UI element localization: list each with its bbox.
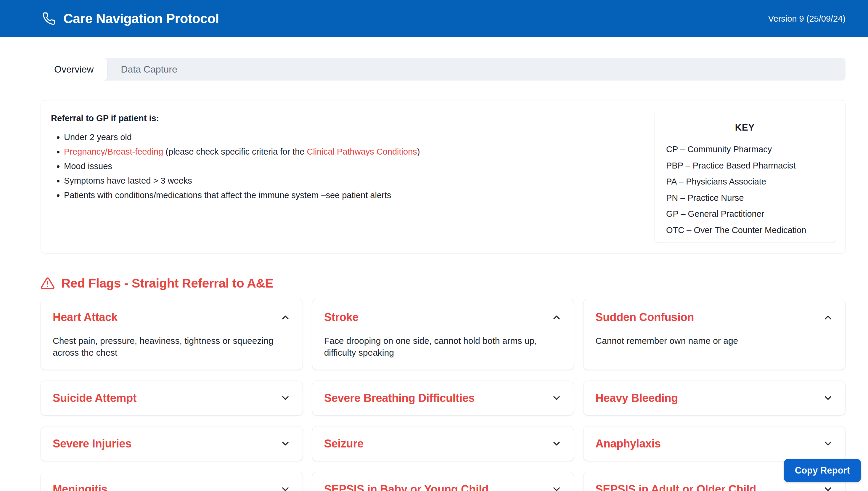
card-title: SEPSIS in Baby or Young Child: [324, 483, 489, 491]
pregnancy-highlight: Pregnancy/Breast-feeding: [64, 147, 163, 156]
card-title: Meningitis: [53, 483, 108, 491]
referral-item-text: Patients with conditions/medications tha…: [64, 191, 391, 200]
red-flag-card-heart-attack[interactable]: Heart Attack Chest pain, pressure, heavi…: [40, 299, 303, 370]
accordion-header[interactable]: Suicide Attempt: [53, 392, 291, 405]
referral-panel: Referral to GP if patient is: Under 2 ye…: [40, 100, 845, 254]
card-title: Stroke: [324, 311, 359, 324]
card-title: Anaphylaxis: [595, 437, 661, 450]
accordion-header[interactable]: Heavy Bleeding: [595, 392, 833, 405]
chevron-down-icon: [280, 484, 291, 491]
red-flags-grid: Heart Attack Chest pain, pressure, heavi…: [40, 299, 845, 491]
card-body: Cannot remember own name or age: [595, 335, 823, 347]
key-item-pn: PN – Practice Nurse: [666, 190, 824, 206]
accordion-header[interactable]: Severe Breathing Difficulties: [324, 392, 562, 405]
referral-item-text: ): [417, 147, 420, 156]
red-flag-card-severe-injuries[interactable]: Severe Injuries: [40, 426, 303, 461]
referral-item-text: Under 2 years old: [64, 133, 132, 142]
accordion-header[interactable]: Severe Injuries: [53, 437, 291, 450]
chevron-down-icon: [551, 393, 562, 403]
chevron-down-icon: [551, 438, 562, 449]
clinical-pathways-link[interactable]: Clinical Pathways Conditions: [307, 147, 417, 156]
accordion-header[interactable]: Seizure: [324, 437, 562, 450]
accordion-header[interactable]: Sudden Confusion: [595, 311, 833, 324]
card-title: Severe Breathing Difficulties: [324, 392, 475, 405]
tab-overview[interactable]: Overview: [40, 58, 107, 81]
card-title: Heavy Bleeding: [595, 392, 678, 405]
chevron-down-icon: [551, 484, 562, 491]
accordion-header[interactable]: Stroke: [324, 311, 562, 324]
chevron-down-icon: [823, 393, 833, 403]
chevron-down-icon: [280, 438, 291, 449]
warning-triangle-icon: [40, 276, 55, 290]
red-flags-title: Red Flags - Straight Referral to A&E: [61, 276, 273, 290]
key-item-pbp: PBP – Practice Based Pharmacist: [666, 157, 824, 174]
card-title: Severe Injuries: [53, 437, 131, 450]
card-title: Seizure: [324, 437, 363, 450]
card-title: SEPSIS in Adult or Older Child: [595, 483, 756, 491]
card-title: Heart Attack: [53, 311, 118, 324]
phone-icon: [42, 12, 56, 26]
red-flag-card-anaphylaxis[interactable]: Anaphylaxis: [583, 426, 845, 461]
referral-item-text: Symptoms have lasted > 3 weeks: [64, 176, 192, 185]
red-flag-card-meningitis[interactable]: Meningitis: [40, 472, 303, 491]
accordion-header[interactable]: Anaphylaxis: [595, 437, 833, 450]
key-legend-box: KEY CP – Community Pharmacy PBP – Practi…: [655, 111, 835, 243]
red-flag-card-seizure[interactable]: Seizure: [312, 426, 574, 461]
red-flag-card-sudden-confusion[interactable]: Sudden Confusion Cannot remember own nam…: [583, 299, 845, 370]
key-item-gp: GP – General Practitioner: [666, 206, 824, 222]
red-flag-card-heavy-bleeding[interactable]: Heavy Bleeding: [583, 380, 845, 415]
accordion-header[interactable]: Meningitis: [53, 483, 291, 491]
tab-data-capture[interactable]: Data Capture: [107, 58, 191, 81]
chevron-down-icon: [823, 438, 833, 449]
chevron-up-icon: [823, 312, 833, 323]
chevron-up-icon: [280, 312, 291, 323]
copy-report-button[interactable]: Copy Report: [784, 459, 861, 482]
app-header: Care Navigation Protocol Version 9 (25/0…: [0, 0, 868, 37]
tab-bar: Overview Data Capture: [40, 58, 845, 81]
card-body: Face drooping on one side, cannot hold b…: [324, 335, 552, 358]
version-label: Version 9 (25/09/24): [768, 14, 845, 24]
accordion-header[interactable]: Heart Attack: [53, 311, 291, 324]
key-item-otc: OTC – Over The Counter Medication: [666, 222, 824, 238]
accordion-header[interactable]: SEPSIS in Baby or Young Child: [324, 483, 562, 491]
red-flag-card-sepsis-baby[interactable]: SEPSIS in Baby or Young Child: [312, 472, 574, 491]
key-item-cp: CP – Community Pharmacy: [666, 141, 824, 157]
card-body: Chest pain, pressure, heaviness, tightne…: [53, 335, 281, 358]
red-flag-card-severe-breathing[interactable]: Severe Breathing Difficulties: [312, 380, 574, 415]
page-title: Care Navigation Protocol: [63, 11, 219, 26]
referral-item-text: Mood issues: [64, 162, 112, 171]
referral-item-text: (please check specific criteria for the: [163, 147, 307, 156]
card-title: Suicide Attempt: [53, 392, 137, 405]
key-title: KEY: [666, 122, 824, 133]
red-flag-card-stroke[interactable]: Stroke Face drooping on one side, cannot…: [312, 299, 574, 370]
chevron-down-icon: [823, 484, 833, 491]
accordion-header[interactable]: SEPSIS in Adult or Older Child: [595, 483, 833, 491]
key-item-pa: PA – Physicians Associate: [666, 174, 824, 190]
card-title: Sudden Confusion: [595, 311, 694, 324]
chevron-up-icon: [551, 312, 562, 323]
chevron-down-icon: [280, 393, 291, 403]
red-flag-card-suicide-attempt[interactable]: Suicide Attempt: [40, 380, 303, 415]
red-flags-heading: Red Flags - Straight Referral to A&E: [40, 276, 845, 290]
